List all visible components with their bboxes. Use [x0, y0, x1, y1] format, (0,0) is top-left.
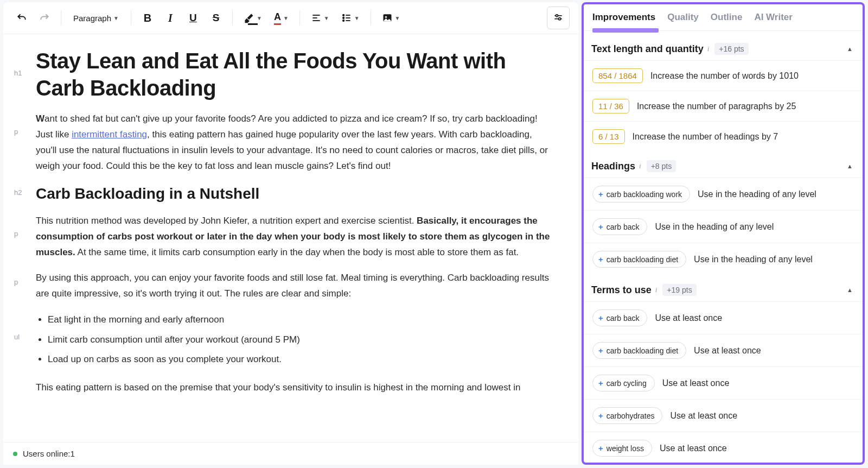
section-title: Terms to use — [591, 284, 652, 296]
doc-paragraph[interactable]: This nutrition method was developed by J… — [36, 213, 552, 261]
item-desc: Use in the heading of any level — [698, 189, 816, 199]
plus-icon: + — [598, 378, 603, 388]
doc-paragraph[interactable]: This eating pattern is based on the prem… — [36, 380, 552, 396]
text-color-button[interactable]: A▼ — [270, 8, 293, 28]
sidebar-tabs: Improvements Quality Outline AI Writer — [584, 4, 863, 31]
svg-point-14 — [559, 18, 561, 20]
tab-quality[interactable]: Quality — [667, 12, 699, 30]
count-pill: 11 / 36 — [592, 99, 629, 113]
add-term-button[interactable]: +carb back — [592, 218, 647, 235]
svg-point-5 — [343, 20, 344, 22]
count-pill: 854 / 1864 — [592, 68, 643, 83]
tab-ai-writer[interactable]: AI Writer — [754, 12, 793, 30]
strikethrough-button[interactable]: S — [206, 8, 226, 28]
document-area[interactable]: h1 Stay Lean and Eat All the Foods You W… — [3, 34, 578, 465]
section-points: +8 pts — [647, 160, 676, 172]
improvements-sidebar: Improvements Quality Outline AI Writer T… — [582, 2, 865, 465]
term-item[interactable]: +weight loss Use at least once — [584, 432, 863, 463]
svg-point-10 — [385, 16, 386, 18]
doc-h2[interactable]: Carb Backloading in a Nutshell — [36, 184, 552, 204]
doc-h1[interactable]: Stay Lean and Eat All the Foods You Want… — [36, 47, 552, 102]
doc-paragraph[interactable]: Want to shed fat but can't give up your … — [36, 111, 552, 174]
svg-point-4 — [343, 17, 344, 19]
item-desc: Increase the number of paragraphs by 25 — [637, 102, 796, 111]
status-bar: Users online: 1 — [3, 442, 578, 465]
add-term-button[interactable]: +carb backloading diet — [592, 342, 686, 359]
item-desc: Use at least once — [660, 444, 727, 453]
info-icon[interactable]: i — [639, 162, 641, 170]
list-item[interactable]: Eat light in the morning and early after… — [48, 311, 552, 328]
fasting-link[interactable]: intermittent fasting — [72, 129, 147, 140]
add-term-button[interactable]: +carbohydrates — [592, 407, 662, 424]
item-desc: Use at least once — [670, 411, 737, 421]
add-term-button[interactable]: +carb backloading diet — [592, 251, 686, 268]
editor-settings-button[interactable] — [547, 7, 570, 29]
tag-gutter: p — [14, 270, 36, 286]
term-item[interactable]: +carb backloading diet Use at least once — [584, 334, 863, 366]
section-text-length[interactable]: Text length and quantity i +16 pts ▲ — [584, 34, 863, 60]
section-headings[interactable]: Headings i +8 pts ▲ — [584, 151, 863, 178]
term-item[interactable]: +carbohydrates Use at least once — [584, 399, 863, 432]
term-item[interactable]: +carb back Use at least once — [584, 301, 863, 334]
plus-icon: + — [598, 444, 603, 453]
plus-icon: + — [598, 411, 603, 420]
italic-button[interactable]: I — [161, 8, 180, 28]
plus-icon: + — [598, 255, 603, 264]
add-term-button[interactable]: +weight loss — [592, 440, 652, 457]
tag-gutter — [14, 380, 36, 384]
doc-paragraph[interactable]: By using this approach, you can enjoy yo… — [36, 270, 552, 302]
item-desc: Increase the number of words by 1010 — [650, 71, 799, 81]
sidebar-body[interactable]: Text length and quantity i +16 pts ▲ 854… — [584, 31, 863, 463]
section-terms[interactable]: Terms to use i +19 pts ▲ — [584, 275, 863, 301]
plus-icon: + — [598, 189, 603, 199]
list-button[interactable]: ▼ — [337, 8, 364, 28]
info-icon[interactable]: i — [707, 45, 710, 53]
block-format-label: Paragraph — [73, 14, 111, 23]
tab-outline[interactable]: Outline — [711, 12, 743, 30]
chevron-up-icon[interactable]: ▲ — [847, 163, 853, 169]
term-item[interactable]: +carb cycling Use at least once — [584, 366, 863, 399]
tag-gutter: h1 — [14, 47, 36, 77]
highlight-color-button[interactable]: ▼ — [239, 8, 266, 28]
chevron-up-icon[interactable]: ▲ — [847, 287, 853, 293]
section-points: +16 pts — [714, 43, 748, 55]
list-item[interactable]: Limit carb consumption until after your … — [48, 331, 552, 349]
add-term-button[interactable]: +carb backloading work — [592, 186, 690, 203]
editor-pane: Paragraph▼ B I U S ▼ A▼ ▼ ▼ — [3, 2, 578, 465]
list-item[interactable]: Load up on carbs as soon as you complete… — [48, 351, 552, 368]
users-online-label: Users online: — [23, 449, 71, 458]
online-dot-icon — [13, 452, 17, 456]
length-item[interactable]: 854 / 1864 Increase the number of words … — [584, 60, 863, 91]
redo-button[interactable] — [35, 8, 54, 28]
heading-item[interactable]: +carb backloading diet Use in the headin… — [584, 243, 863, 275]
bold-button[interactable]: B — [138, 8, 157, 28]
users-online-count: 1 — [71, 449, 75, 458]
plus-icon: + — [598, 313, 603, 322]
heading-item[interactable]: +carb back Use in the heading of any lev… — [584, 210, 863, 243]
info-icon[interactable]: i — [655, 286, 658, 294]
chevron-up-icon[interactable]: ▲ — [847, 46, 853, 52]
image-button[interactable]: ▼ — [378, 8, 405, 28]
plus-icon: + — [598, 222, 603, 231]
length-item[interactable]: 6 / 13 Increase the number of headings b… — [584, 121, 863, 151]
section-title: Headings — [591, 161, 635, 172]
doc-list[interactable]: Eat light in the morning and early after… — [36, 311, 552, 368]
block-format-select[interactable]: Paragraph▼ — [68, 8, 124, 28]
item-desc: Use in the heading of any level — [694, 255, 813, 264]
align-button[interactable]: ▼ — [307, 8, 334, 28]
add-term-button[interactable]: +carb back — [592, 309, 647, 326]
item-desc: Increase the number of headings by 7 — [633, 132, 778, 142]
item-desc: Use in the heading of any level — [655, 222, 774, 232]
tag-gutter: h2 — [14, 184, 36, 197]
heading-item[interactable]: +carb backloading work Use in the headin… — [584, 178, 863, 210]
svg-point-3 — [343, 15, 344, 16]
underline-button[interactable]: U — [183, 8, 203, 28]
tab-improvements[interactable]: Improvements — [592, 12, 655, 30]
length-item[interactable]: 11 / 36 Increase the number of paragraph… — [584, 91, 863, 121]
add-term-button[interactable]: +carb cycling — [592, 375, 655, 391]
section-points: +19 pts — [662, 284, 696, 296]
tag-gutter: ul — [14, 311, 36, 341]
toolbar: Paragraph▼ B I U S ▼ A▼ ▼ ▼ — [3, 2, 578, 34]
item-desc: Use at least once — [662, 378, 730, 388]
undo-button[interactable] — [12, 8, 31, 28]
